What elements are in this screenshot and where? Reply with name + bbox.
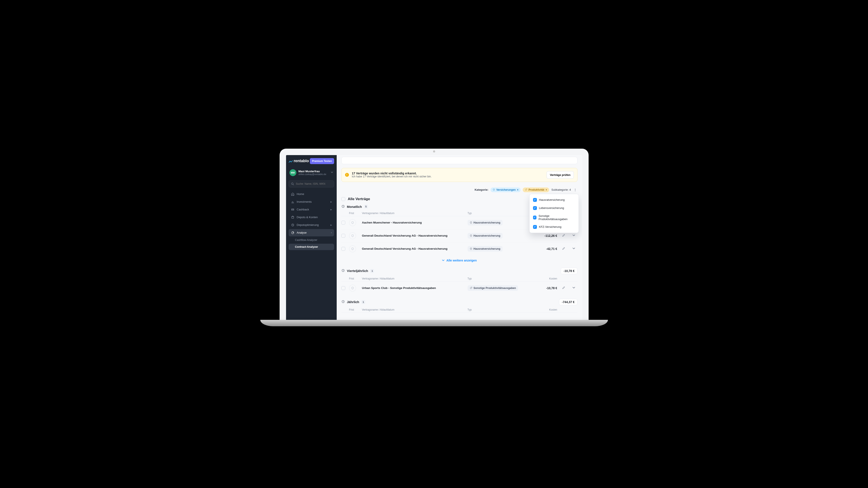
alert-title: 17 Verträge wurden nicht vollständig erk… — [352, 172, 432, 175]
tag-icon — [525, 189, 527, 191]
shield-icon — [470, 248, 472, 250]
popover-option-leben[interactable]: ✓Lebensversicherung — [530, 204, 579, 212]
pencil-icon — [562, 286, 565, 289]
row-checkbox[interactable] — [341, 286, 345, 290]
chip-insurance[interactable]: Versicherungen × — [491, 188, 521, 192]
subcategory-label[interactable]: Subkategorie: 4 — [551, 188, 571, 191]
camera-dot — [433, 150, 435, 153]
nav-home[interactable]: Home — [289, 191, 334, 198]
table-header: Frist Vertragsname / Ablaufdatum Typ Kos… — [341, 276, 578, 282]
row-type-tag[interactable]: Hausratversicherung — [468, 233, 502, 238]
expand-button[interactable] — [570, 234, 578, 238]
row-name: Urban Sports Club - Sonstige Produktivit… — [362, 286, 466, 290]
frist-placeholder-icon[interactable] — [349, 232, 356, 239]
chip-productivity[interactable]: Produktivität × — [523, 188, 549, 192]
col-name: Vertragsname / Ablaufdatum — [362, 308, 466, 311]
nav-accounts[interactable]: Depots & Konten — [289, 214, 334, 221]
nav-cashback[interactable]: Cashback ▶ — [289, 206, 334, 213]
chevron-down-icon — [331, 171, 333, 174]
clock-icon — [341, 205, 345, 209]
show-more-button[interactable]: Alle weitere anzeigen — [341, 255, 578, 263]
group-title: Jährlich — [347, 300, 360, 304]
group-count: 5 — [364, 205, 368, 208]
laptop-frame: rentablo Premium Testen MM Maxi Musterfr… — [280, 149, 589, 322]
nav-analyse[interactable]: Analyse ▾ — [289, 229, 334, 236]
col-cost: Kosten — [525, 277, 557, 280]
nav-label: Depots & Konten — [297, 216, 318, 219]
nav-label: Home — [297, 192, 304, 196]
user-profile[interactable]: MM Maxi Musterfrau ulrike.czekay@rentabl… — [289, 168, 334, 177]
popover-option-sonstige[interactable]: ✓Sonstige Produktivitätsausgaben — [530, 212, 579, 223]
tag-icon — [470, 287, 472, 289]
popover-option-hausrat[interactable]: ✓Hausratversicherung — [530, 196, 579, 204]
popover-option-kfz[interactable]: ✓KFZ-Versicherung — [530, 223, 579, 231]
table-row: Generali Deutschland Versicherung AG - H… — [341, 242, 578, 255]
group-quarterly: Vierteljährlich 1 -10,78 € Frist Vertrag… — [341, 268, 578, 294]
expand-button[interactable] — [570, 286, 578, 290]
group-title: Vierteljährlich — [347, 269, 368, 273]
frist-placeholder-icon[interactable] — [349, 219, 356, 226]
row-type-label: Hausratversicherung — [473, 234, 500, 237]
row-amount: -112,26 € — [525, 234, 557, 237]
shield-icon — [470, 221, 472, 224]
optimize-icon — [291, 223, 294, 227]
more-menu-icon[interactable]: ⋮ — [573, 188, 578, 191]
row-checkbox[interactable] — [341, 247, 345, 251]
frist-placeholder-icon[interactable] — [349, 285, 356, 292]
edit-button[interactable] — [559, 247, 568, 251]
app-screen: rentablo Premium Testen MM Maxi Musterfr… — [286, 155, 582, 322]
table-row: Urban Sports Club - Sonstige Produktivit… — [341, 282, 578, 294]
search-input[interactable] — [296, 182, 332, 185]
col-cost: Kosten — [525, 308, 557, 311]
accounts-icon — [291, 216, 294, 219]
edit-button[interactable] — [559, 234, 568, 238]
shield-icon — [470, 234, 472, 237]
edit-button[interactable] — [559, 286, 568, 290]
expand-button[interactable] — [570, 247, 578, 251]
row-checkbox[interactable] — [341, 221, 345, 225]
search-icon — [291, 182, 294, 186]
nav-label: Depotoptimierung — [297, 223, 319, 227]
col-type: Typ — [468, 212, 523, 215]
col-frist: Frist — [349, 308, 360, 311]
chevron-down-icon: ▾ — [331, 232, 332, 234]
nav-investments[interactable]: Investments ▶ — [289, 198, 334, 205]
alert-banner: ! 17 Verträge wurden nicht vollständig e… — [341, 168, 578, 182]
nav-label: Cashback — [297, 208, 309, 211]
premium-button[interactable]: Premium Testen — [310, 158, 334, 164]
chevron-right-icon: ▶ — [331, 224, 332, 226]
brand-logo[interactable]: rentablo — [289, 159, 309, 163]
group-count: 1 — [361, 300, 365, 304]
row-type-tag[interactable]: Hausratversicherung — [468, 246, 502, 252]
select-all-checkbox[interactable] — [341, 197, 345, 201]
chip-close-icon[interactable]: × — [546, 188, 547, 191]
nav-label: Investments — [297, 200, 312, 203]
user-email: ulrike.czekay@rentablo.de — [299, 173, 327, 175]
subnav-cashflow[interactable]: Cashflow-Analyzer — [289, 237, 334, 243]
check-icon: ✓ — [533, 225, 537, 229]
chip-label: Produktivität — [529, 188, 544, 191]
user-name: Maxi Musterfrau — [299, 170, 327, 173]
chart-icon — [291, 200, 294, 203]
summary-card-placeholder — [341, 157, 578, 164]
col-frist: Frist — [349, 277, 360, 280]
group-total: -744,37 € — [559, 299, 577, 305]
check-icon: ✓ — [533, 206, 537, 210]
row-type-tag[interactable]: Hausratversicherung — [468, 220, 502, 225]
row-type-tag[interactable]: Sonstige Produktivitätsausgaben — [468, 285, 518, 291]
frist-placeholder-icon[interactable] — [349, 246, 356, 252]
chip-label: Versicherungen — [496, 188, 516, 191]
group-count: 1 — [370, 269, 374, 273]
sidebar-search[interactable] — [289, 181, 334, 188]
chip-close-icon[interactable]: × — [517, 188, 519, 191]
filters-row: Kategorie: Versicherungen × Produktivitä… — [341, 188, 578, 192]
shield-icon — [493, 189, 495, 191]
subnav-contract[interactable]: Contract-Analyzer — [289, 244, 334, 250]
home-icon — [291, 192, 294, 196]
row-type-label: Sonstige Produktivitätsausgaben — [473, 287, 516, 290]
chevron-down-icon — [572, 286, 575, 289]
nav-optimize[interactable]: Depotoptimierung ▶ — [289, 221, 334, 229]
row-checkbox[interactable] — [341, 234, 345, 238]
alert-action-button[interactable]: Verträge prüfen — [547, 171, 574, 179]
table-body-quarterly: Urban Sports Club - Sonstige Produktivit… — [341, 282, 578, 294]
